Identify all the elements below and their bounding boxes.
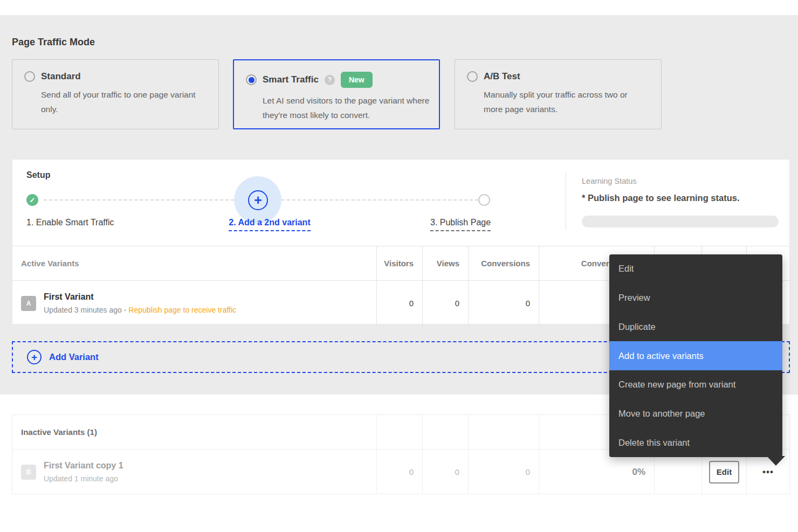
more-options-icon[interactable]: ••• [762,467,774,478]
help-icon[interactable]: ? [325,75,335,85]
variant-context-menu: Edit Preview Duplicate Add to active var… [609,254,782,457]
add-variant-plus-icon: + [27,350,42,364]
step3-pending-circle [478,194,490,206]
mode-desc-standard: Send all of your traffic to one page var… [41,87,197,116]
setup-title: Setup [26,170,50,180]
mode-label-standard: Standard [41,71,81,82]
menu-item-edit[interactable]: Edit [609,254,782,284]
active-variant-updated: Updated 3 minutes ago -Republish page to… [44,306,236,314]
mode-label-smart-traffic: Smart Traffic [263,74,319,85]
inactive-views-value: 0 [422,450,468,494]
radio-ab-test[interactable] [467,71,478,82]
radio-smart-traffic[interactable] [246,74,257,85]
step2-add-variant-plus-icon[interactable]: + [248,190,268,210]
context-menu-caret [767,456,785,466]
menu-item-duplicate[interactable]: Duplicate [609,312,782,341]
inactive-variants-title: Inactive Variants (1) [12,415,376,449]
new-badge: New [341,72,373,88]
mode-desc-smart-traffic: Let AI send visitors to the page variant… [263,93,430,122]
learning-status-label: Learning Status [582,177,637,185]
active-variants-title: Active Variants [12,246,376,280]
smart-traffic-settings-page: Page Traffic Mode Standard Send all of y… [0,0,798,532]
inactive-conversions-value: 0 [468,450,539,494]
mode-label-ab-test: A/B Test [484,71,520,82]
menu-item-move-to-another-page[interactable]: Move to another page [609,399,782,429]
active-variant-name: First Variant [44,292,236,302]
menu-item-delete-this-variant[interactable]: Delete this variant [609,428,782,457]
page-title: Page Traffic Mode [12,37,95,48]
edit-variant-button[interactable]: Edit [709,461,739,483]
learning-status-progress-bar [582,216,779,227]
variant-badge-a: A [21,296,36,311]
menu-item-create-new-page-from-variant[interactable]: Create new page from variant [609,370,782,399]
learning-status-note: * Publish page to see learning status. [582,193,740,203]
col-header-visitors: Visitors [376,246,422,280]
learning-status-divider [566,172,566,230]
inactive-variant-updated: Updated 1 minute ago [44,474,123,483]
variant-badge-b: B [21,465,36,480]
mode-desc-ab-test: Manually split your traffic across two o… [484,87,645,116]
step3-label: 3. Publish Page [430,218,491,227]
inactive-visitors-value: 0 [376,450,422,494]
republish-link[interactable]: Republish page to receive traffic [128,306,236,314]
menu-item-preview[interactable]: Preview [609,284,782,313]
active-conversions-value: 0 [468,281,539,326]
active-visitors-value: 0 [376,281,422,326]
step2-label[interactable]: 2. Add a 2nd variant [218,218,321,227]
step1-label: 1. Enable Smart Traffic [26,218,114,227]
active-views-value: 0 [422,281,468,326]
add-variant-label: Add Variant [49,352,99,362]
step1-complete-check-icon: ✓ [26,194,38,206]
inactive-variant-name: First Variant copy 1 [44,461,123,471]
step-connector-2 [281,199,478,201]
radio-standard[interactable] [24,71,35,82]
mode-card-ab-test[interactable]: A/B Test Manually split your traffic acr… [455,59,662,129]
col-header-views: Views [422,246,468,280]
col-header-conversions: Conversions [468,246,539,280]
step-connector-1 [44,199,234,201]
mode-card-smart-traffic[interactable]: Smart Traffic ? New Let AI send visitors… [233,59,440,129]
menu-item-add-to-active-variants[interactable]: Add to active variants [609,341,782,370]
mode-card-standard[interactable]: Standard Send all of your traffic to one… [12,59,219,129]
